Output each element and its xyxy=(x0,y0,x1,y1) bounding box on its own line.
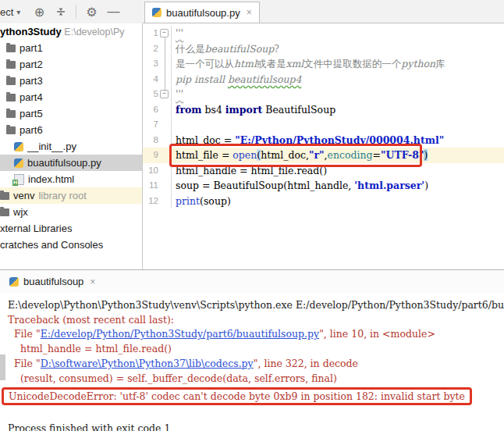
settings-gear-icon[interactable]: ⚙ xyxy=(82,2,101,21)
python-icon xyxy=(14,159,23,168)
project-toolbar: ect ▾ ⊕ ⚙ — xyxy=(0,0,143,23)
tree-item-buautifulsoup-py[interactable]: buautifulsoup.py xyxy=(0,155,142,171)
code-text: html_file = open(html_doc,"r",encoding="… xyxy=(172,148,428,163)
tree-item-label: part6 xyxy=(20,124,43,136)
gutter[interactable]: 11 xyxy=(143,178,172,194)
console-line: Traceback (most recent call last): xyxy=(8,313,504,328)
code-text: print(soup) xyxy=(172,194,231,209)
tree-item-external-libraries[interactable]: xternal Libraries xyxy=(0,220,142,237)
tree-item-label: part4 xyxy=(20,91,43,103)
tree-item-label: part1 xyxy=(20,42,43,54)
editor-line-12[interactable]: 12print(soup) xyxy=(143,194,504,209)
tree-item-label: part2 xyxy=(20,59,43,70)
folder-icon xyxy=(6,45,16,52)
editor-tab-label: buautifulsoup.py xyxy=(166,7,240,19)
project-root-row[interactable]: ython3Study E:\develop\Py xyxy=(0,23,142,40)
editor-line-2[interactable]: 2什么是beautifulSoup? xyxy=(143,41,504,57)
editor-line-4[interactable]: 4pip install beautifulsoup4 xyxy=(143,72,504,87)
console-file-link[interactable]: E:/develop/Python/Python3Study/part6/bua… xyxy=(41,328,319,340)
line-number: 9 xyxy=(143,148,158,163)
line-number: 1 xyxy=(143,26,158,41)
code-text: pip install beautifulsoup4 xyxy=(172,72,301,87)
python-icon xyxy=(14,142,23,151)
console-line xyxy=(8,407,504,422)
tree-item-part2[interactable]: part2 xyxy=(0,56,142,73)
tree-item-label: __init__.py xyxy=(27,141,76,152)
project-root-path: E:\develop\Py xyxy=(64,27,124,37)
editor-line-10[interactable]: 10html_handle = html_file.read() xyxy=(143,163,504,179)
hide-panel-icon[interactable]: — xyxy=(104,2,122,21)
console-file-link[interactable]: D:\software\Python\Python37\lib\codecs.p… xyxy=(41,358,254,369)
folder-icon xyxy=(6,61,16,69)
close-console-tab-icon[interactable]: × xyxy=(90,276,95,287)
tree-item-wjx[interactable]: wjx xyxy=(0,204,142,220)
editor-tab-strip: buautifulsoup.py × xyxy=(143,0,504,23)
code-text: 是一个可以从html或者是xml文件中提取数据的一个python库 xyxy=(172,56,445,72)
gutter[interactable]: 6 xyxy=(143,102,172,118)
tree-item-venv[interactable]: venvlibrary root xyxy=(0,187,142,204)
annotation-box-console: UnicodeDecodeError: 'utf-8' codec can't … xyxy=(2,387,472,405)
gutter[interactable]: 10 xyxy=(143,163,172,179)
editor-line-6[interactable]: 6from bs4 import BeautifulSoup xyxy=(143,102,504,118)
gutter[interactable]: 9 xyxy=(143,148,172,163)
gutter[interactable]: 8 xyxy=(143,133,172,148)
tree-item-label: cratches and Consoles xyxy=(0,239,103,251)
line-number: 3 xyxy=(143,56,158,72)
toolbar-divider xyxy=(76,5,76,19)
gutter[interactable]: 7 xyxy=(143,117,172,133)
project-tree: part1part2part3part4part5part6__init__.p… xyxy=(0,40,142,253)
line-number: 10 xyxy=(143,163,158,179)
project-selector[interactable]: ect xyxy=(0,6,13,18)
python-file-icon xyxy=(152,8,161,17)
tree-item-init-py[interactable]: __init__.py xyxy=(0,138,142,155)
html-badge: H xyxy=(12,180,18,186)
tree-item-part4[interactable]: part4 xyxy=(0,89,142,105)
editor-line-9[interactable]: 9html_file = open(html_doc,"r",encoding=… xyxy=(143,148,504,163)
line-number: 7 xyxy=(143,117,158,133)
editor-line-1[interactable]: 1−''' xyxy=(143,26,504,41)
console-tab-buautifulsoup[interactable]: buautifulsoup × xyxy=(5,276,99,287)
editor-line-5[interactable]: 5−''' xyxy=(143,87,504,102)
tree-item-scratches-consoles[interactable]: cratches and Consoles xyxy=(0,237,142,253)
gutter[interactable]: 4 xyxy=(143,72,172,87)
gutter[interactable]: 3 xyxy=(143,56,172,72)
console-scroll-stripe[interactable] xyxy=(0,354,5,380)
editor-line-8[interactable]: 8html_doc = "E:/Python/PythonStudy/00000… xyxy=(143,133,504,148)
folder-icon xyxy=(6,94,16,102)
gutter[interactable]: 2 xyxy=(143,41,172,57)
tree-item-part3[interactable]: part3 xyxy=(0,73,142,89)
line-number: 4 xyxy=(143,72,158,87)
code-text: ''' xyxy=(172,26,183,41)
header-bar: ect ▾ ⊕ ⚙ — buautifulsoup.py × xyxy=(0,0,504,23)
tree-item-label: buautifulsoup.py xyxy=(27,157,101,169)
python-run-icon xyxy=(9,277,19,287)
project-root-name: ython3Study xyxy=(0,26,62,37)
close-tab-icon[interactable]: × xyxy=(247,7,252,18)
line-number: 6 xyxy=(143,102,158,118)
console-line: html_handle = html_file.read() xyxy=(8,342,504,357)
code-editor[interactable]: 1−'''2什么是beautifulSoup?3是一个可以从html或者是xml… xyxy=(143,23,504,269)
gutter[interactable]: 12 xyxy=(143,194,172,209)
tree-item-part5[interactable]: part5 xyxy=(0,105,142,122)
tree-item-index-html[interactable]: Hindex.html xyxy=(0,171,142,187)
editor-line-3[interactable]: 3是一个可以从html或者是xml文件中提取数据的一个python库 xyxy=(143,56,504,72)
gutter[interactable]: 1− xyxy=(143,26,172,41)
console-line: E:\develop\Python\Python3Study\venv\Scri… xyxy=(8,298,504,313)
fold-range-line xyxy=(165,37,165,91)
tree-item-part1[interactable]: part1 xyxy=(0,40,142,56)
tree-item-label: xternal Libraries xyxy=(0,223,73,234)
editor-line-7[interactable]: 7 xyxy=(143,117,504,133)
line-number: 8 xyxy=(143,133,158,148)
gutter[interactable]: 5− xyxy=(143,87,172,102)
tree-item-label: wjx xyxy=(13,206,28,218)
console-line: File "E:/develop/Python/Python3Study/par… xyxy=(8,327,504,342)
editor-tab-buautifulsoup-py[interactable]: buautifulsoup.py × xyxy=(144,2,260,23)
folder-icon xyxy=(0,208,9,216)
collapse-all-icon[interactable] xyxy=(51,2,70,21)
chevron-down-icon[interactable]: ▾ xyxy=(16,8,20,16)
run-console-panel: buautifulsoup × E:\develop\Python\Python… xyxy=(0,269,504,431)
tree-item-part6[interactable]: part6 xyxy=(0,122,142,138)
locate-file-icon[interactable]: ⊕ xyxy=(30,2,48,21)
editor-line-11[interactable]: 11soup = BeautifulSoup(html_handle, 'htm… xyxy=(143,178,504,194)
code-text: from bs4 import BeautifulSoup xyxy=(172,102,335,118)
